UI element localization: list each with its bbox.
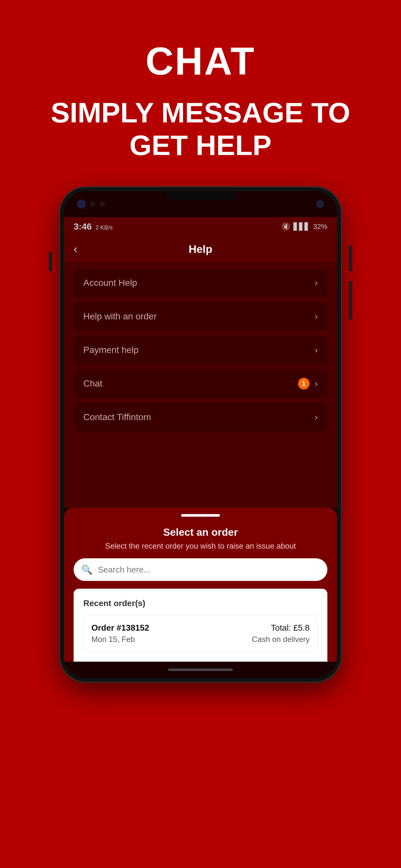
search-icon: 🔍 — [81, 564, 93, 575]
bottom-sheet: Select an order Select the recent order … — [64, 507, 337, 662]
status-time: 3:46 — [73, 221, 92, 232]
order-right: Total: £5.8 Cash on delivery — [252, 623, 310, 644]
help-menu: Account Help › Help with an order › Paym… — [64, 262, 337, 507]
menu-item-right: › — [315, 278, 318, 288]
front-camera-cluster — [77, 199, 105, 209]
search-input[interactable] — [98, 565, 320, 575]
chevron-right-icon: › — [315, 412, 318, 423]
hero-title: CHAT — [146, 39, 255, 83]
menu-item-right: 1 › — [298, 378, 318, 390]
menu-item-left: Account Help — [83, 278, 137, 288]
menu-item-label-contact: Contact Tiffintom — [83, 412, 151, 423]
empty-space — [73, 437, 328, 501]
menu-item-left: Contact Tiffintom — [83, 412, 151, 423]
order-left: Order #138152 Mon 15, Feb — [91, 623, 149, 644]
chevron-right-icon: › — [315, 278, 318, 288]
orders-section-title: Recent order(s) — [83, 598, 318, 609]
app-header-title: Help — [189, 243, 212, 255]
chevron-right-icon: › — [315, 311, 318, 321]
order-date: Mon 15, Feb — [91, 635, 149, 644]
menu-item-contact-tiffintom[interactable]: Contact Tiffintom › — [73, 403, 328, 431]
menu-item-right: › — [315, 412, 318, 423]
battery-text: 32% — [313, 222, 328, 231]
status-kb: 2 KB/s — [96, 224, 113, 231]
phone-side-button-left — [49, 252, 52, 271]
menu-item-left: Chat — [83, 378, 102, 389]
wifi-icon: ▋▋▋ — [294, 222, 310, 231]
sheet-title: Select an order — [73, 526, 328, 538]
search-bar-container[interactable]: 🔍 — [73, 558, 328, 581]
menu-item-right: › — [315, 311, 318, 321]
phone-side-button-right-2 — [349, 281, 352, 320]
menu-item-payment-help[interactable]: Payment help › — [73, 336, 328, 364]
phone-side-button-right-1 — [349, 245, 352, 271]
selfie-camera — [77, 199, 86, 209]
order-total: Total: £5.8 — [252, 623, 310, 633]
status-right-icons: 🔇 ▋▋▋ 32% — [281, 222, 328, 231]
menu-item-label-account-help: Account Help — [83, 278, 137, 288]
status-bar: 3:46 2 KB/s 🔇 ▋▋▋ 32% — [64, 217, 337, 237]
menu-item-account-help[interactable]: Account Help › — [73, 269, 328, 297]
phone-bottom-bar — [64, 662, 337, 678]
order-card[interactable]: Order #138152 Mon 15, Feb Total: £5.8 Ca… — [83, 615, 318, 652]
orders-section: Recent order(s) Order #138152 Mon 15, Fe… — [73, 589, 328, 662]
chevron-right-icon: › — [315, 378, 318, 389]
sheet-handle — [181, 514, 220, 517]
menu-item-label-help-order: Help with an order — [83, 311, 157, 321]
menu-item-help-with-order[interactable]: Help with an order › — [73, 302, 328, 331]
phone-frame: 3:46 2 KB/s 🔇 ▋▋▋ 32% ‹ Help Account Hel… — [60, 187, 341, 682]
home-indicator — [168, 669, 233, 671]
notch — [165, 191, 236, 200]
menu-item-left: Payment help — [83, 345, 138, 355]
sensor-dot-1 — [90, 201, 96, 207]
order-payment: Cash on delivery — [252, 635, 310, 644]
sensor-dot-2 — [99, 201, 105, 207]
back-button[interactable]: ‹ — [73, 243, 78, 256]
menu-item-chat[interactable]: Chat 1 › — [73, 369, 328, 398]
menu-item-left: Help with an order — [83, 311, 157, 321]
phone-top-bar — [64, 191, 337, 217]
phone-mockup: 3:46 2 KB/s 🔇 ▋▋▋ 32% ‹ Help Account Hel… — [55, 187, 346, 682]
mute-icon: 🔇 — [281, 222, 290, 231]
speaker-dot — [316, 200, 324, 208]
hero-subtitle: SIMPLY MESSAGE TO GET HELP — [0, 96, 401, 161]
sheet-subtitle: Select the recent order you wish to rais… — [73, 541, 328, 551]
menu-item-right: › — [315, 345, 318, 355]
app-header: ‹ Help — [64, 237, 337, 262]
menu-item-label-chat: Chat — [83, 378, 102, 389]
menu-item-label-payment: Payment help — [83, 345, 138, 355]
chevron-right-icon: › — [315, 345, 318, 355]
order-number: Order #138152 — [91, 623, 149, 633]
chat-badge: 1 — [298, 378, 310, 390]
